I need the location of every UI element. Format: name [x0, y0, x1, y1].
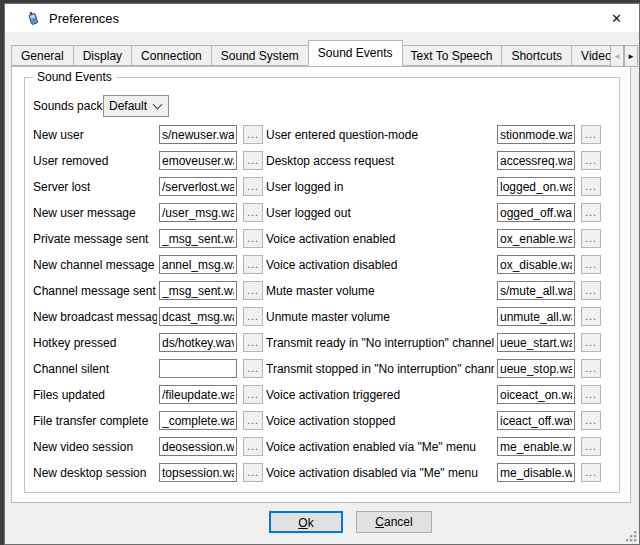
sound-file-input[interactable] [497, 281, 575, 300]
browse-button[interactable]: ... [581, 151, 601, 170]
sound-event-label: New channel message [33, 258, 157, 274]
sound-file-input[interactable] [159, 151, 237, 170]
sound-event-label: User removed [33, 154, 157, 170]
sound-file-input[interactable] [497, 125, 575, 144]
tab-connection[interactable]: Connection [132, 45, 212, 66]
browse-button[interactable]: ... [581, 437, 601, 456]
browse-button[interactable]: ... [243, 177, 263, 196]
sound-event-label: New user [33, 128, 157, 144]
browse-button[interactable]: ... [243, 229, 263, 248]
sound-event-label: User entered question-mode [266, 128, 494, 144]
ok-button[interactable]: Ok [269, 511, 343, 533]
browse-button[interactable]: ... [581, 229, 601, 248]
sound-file-input[interactable] [497, 437, 575, 456]
sound-file-input[interactable] [159, 255, 237, 274]
browse-button[interactable]: ... [581, 203, 601, 222]
sound-file-input[interactable] [159, 307, 237, 326]
sound-event-label: Server lost [33, 180, 157, 196]
tab-display[interactable]: Display [74, 45, 132, 66]
tab-text-to-speech[interactable]: Text To Speech [402, 45, 503, 66]
sound-file-input[interactable] [159, 385, 237, 404]
browse-button[interactable]: ... [581, 333, 601, 352]
sound-file-input[interactable] [159, 411, 237, 430]
browse-button[interactable]: ... [243, 359, 263, 378]
sound-file-input[interactable] [497, 385, 575, 404]
browse-button[interactable]: ... [243, 463, 263, 482]
sound-event-label: Voice activation enabled [266, 232, 494, 248]
browse-button[interactable]: ... [581, 255, 601, 274]
browse-button[interactable]: ... [581, 463, 601, 482]
tab-shortcuts[interactable]: Shortcuts [502, 45, 572, 66]
browse-button[interactable]: ... [243, 333, 263, 352]
tab-sound-system[interactable]: Sound System [212, 45, 309, 66]
sound-event-label: New user message [33, 206, 157, 222]
tab-bar: GeneralDisplayConnectionSound SystemSoun… [11, 40, 638, 66]
sound-event-label: New broadcast message [33, 310, 157, 326]
browse-button[interactable]: ... [243, 281, 263, 300]
sound-event-label: Hotkey pressed [33, 336, 157, 352]
sound-file-input[interactable] [497, 255, 575, 274]
browse-button[interactable]: ... [581, 411, 601, 430]
tab-scroll-right-icon[interactable]: ► [624, 45, 638, 67]
sound-file-input[interactable] [159, 177, 237, 196]
sound-file-input[interactable] [497, 203, 575, 222]
sound-event-label: New desktop session [33, 466, 157, 482]
cancel-button[interactable]: Cancel [356, 511, 432, 533]
browse-button[interactable]: ... [581, 359, 601, 378]
app-icon [25, 10, 41, 26]
tab-scroll-left-icon[interactable]: ◄ [610, 45, 624, 67]
browse-button[interactable]: ... [243, 151, 263, 170]
browse-button[interactable]: ... [581, 177, 601, 196]
browse-button[interactable]: ... [581, 385, 601, 404]
chevron-down-icon [153, 100, 163, 110]
sound-file-input[interactable] [497, 411, 575, 430]
sound-event-label: Transmit ready in "No interruption" chan… [266, 336, 494, 352]
tab-page-sound-events: Sound Events Sounds pack Default New use… [11, 66, 631, 503]
sound-event-label: Mute master volume [266, 284, 494, 300]
browse-button[interactable]: ... [581, 281, 601, 300]
sound-event-label: Transmit stopped in "No interruption" ch… [266, 362, 494, 378]
sound-file-input[interactable] [497, 333, 575, 352]
sound-file-input[interactable] [497, 463, 575, 482]
sound-event-label: Channel message sent [33, 284, 157, 300]
browse-button[interactable]: ... [243, 203, 263, 222]
sound-file-input[interactable] [497, 177, 575, 196]
tab-general[interactable]: General [11, 45, 74, 66]
sound-event-label: Files updated [33, 388, 157, 404]
browse-button[interactable]: ... [243, 125, 263, 144]
sound-event-label: Channel silent [33, 362, 157, 378]
sound-file-input[interactable] [159, 125, 237, 144]
sound-file-input[interactable] [159, 203, 237, 222]
sound-file-input[interactable] [497, 151, 575, 170]
browse-button[interactable]: ... [581, 125, 601, 144]
sound-file-input[interactable] [497, 359, 575, 378]
preferences-dialog: Preferences ✕ GeneralDisplayConnectionSo… [4, 3, 640, 545]
sound-event-label: User logged out [266, 206, 494, 222]
sound-file-input[interactable] [159, 359, 237, 378]
sounds-pack-select[interactable]: Default [103, 95, 169, 117]
sound-file-input[interactable] [159, 229, 237, 248]
browse-button[interactable]: ... [243, 385, 263, 404]
groupbox-title: Sound Events [33, 70, 116, 84]
sound-file-input[interactable] [159, 437, 237, 456]
sound-file-input[interactable] [159, 281, 237, 300]
sound-event-label: Voice activation disabled [266, 258, 494, 274]
sound-file-input[interactable] [159, 463, 237, 482]
browse-button[interactable]: ... [243, 437, 263, 456]
browse-button[interactable]: ... [243, 255, 263, 274]
sound-event-label: Private message sent [33, 232, 157, 248]
close-icon[interactable]: ✕ [594, 4, 639, 32]
sound-file-input[interactable] [497, 307, 575, 326]
sound-event-label: New video session [33, 440, 157, 456]
resize-grip[interactable] [625, 530, 637, 542]
tab-sound-events[interactable]: Sound Events [308, 40, 403, 66]
sounds-pack-label: Sounds pack [33, 99, 102, 113]
browse-button[interactable]: ... [243, 307, 263, 326]
sound-file-input[interactable] [497, 229, 575, 248]
sound-event-label: File transfer complete [33, 414, 157, 430]
browse-button[interactable]: ... [581, 307, 601, 326]
sound-event-label: Voice activation disabled via "Me" menu [266, 466, 494, 482]
browse-button[interactable]: ... [243, 411, 263, 430]
sound-file-input[interactable] [159, 333, 237, 352]
sounds-pack-value: Default [104, 99, 154, 113]
